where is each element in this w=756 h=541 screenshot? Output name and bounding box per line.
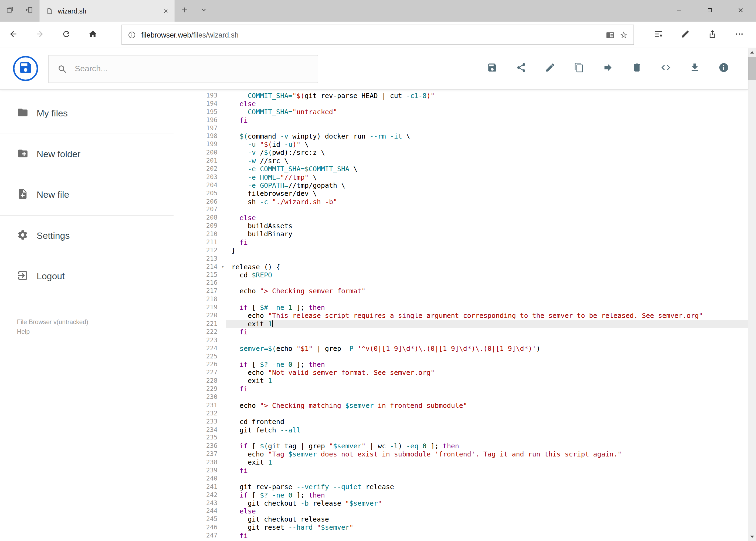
fold-marker-icon[interactable]: ▾ <box>219 263 226 271</box>
code-line[interactable]: 247 fi <box>173 532 748 540</box>
code-line[interactable]: 214▾release () { <box>173 263 748 271</box>
minimize-button[interactable] <box>663 0 694 22</box>
code-line[interactable]: 196 fi <box>173 116 748 124</box>
code-line[interactable]: 227 echo "Not valid semver format. See s… <box>173 369 748 377</box>
code-line[interactable]: 241 git rev-parse --verify --quiet relea… <box>173 483 748 491</box>
code-line[interactable]: 195 COMMIT_SHA="untracked" <box>173 108 748 116</box>
code-line[interactable]: 221 exit 1 <box>173 320 748 328</box>
save-button[interactable] <box>478 54 507 83</box>
code-line[interactable]: 234 git fetch --all <box>173 426 748 434</box>
code-line[interactable]: 203 -e HOME="//tmp" \ <box>173 173 748 181</box>
code-line[interactable]: 213 <box>173 255 748 263</box>
maximize-button[interactable] <box>694 0 725 22</box>
code-line[interactable]: 231 echo "> Checking matching $semver in… <box>173 401 748 409</box>
address-bar[interactable]: filebrowser.web/files/wizard.sh <box>122 25 634 45</box>
code-line[interactable]: 239 fi <box>173 466 748 475</box>
close-window-button[interactable] <box>725 0 756 22</box>
code-line[interactable]: 209 buildAssets <box>173 222 748 230</box>
help-link[interactable]: Help <box>17 327 89 337</box>
code-line[interactable]: 201 -w //src \ <box>173 157 748 165</box>
code-line[interactable]: 244 else <box>173 507 748 515</box>
info-button[interactable] <box>709 54 738 83</box>
close-tab-icon[interactable] <box>163 8 169 14</box>
code-line[interactable]: 198 $(command -v winpty) docker run --rm… <box>173 132 748 141</box>
code-line[interactable]: 225 <box>173 352 748 360</box>
set-tabs-aside-button[interactable] <box>19 0 38 22</box>
code-line[interactable]: 220 echo "This release script requires a… <box>173 312 748 320</box>
code-line[interactable]: 208 else <box>173 214 748 222</box>
code-line[interactable]: 233 cd frontend <box>173 417 748 426</box>
move-button[interactable] <box>594 54 623 83</box>
app-logo[interactable] <box>13 56 38 81</box>
code-line[interactable]: 238 exit 1 <box>173 458 748 466</box>
page-scrollbar[interactable] <box>748 48 756 541</box>
code-line[interactable]: 226 if [ $? -ne 0 ]; then <box>173 360 748 369</box>
code-line[interactable]: 242 if [ $? -ne 0 ]; then <box>173 491 748 499</box>
copy-button[interactable] <box>565 54 594 83</box>
code-line[interactable]: 237 echo "Tag $semver does not exist in … <box>173 450 748 458</box>
download-button[interactable] <box>680 54 709 83</box>
share-page-button[interactable] <box>698 22 725 48</box>
sidebar-item-new-file[interactable]: New file <box>0 175 173 215</box>
scroll-down-arrow[interactable] <box>748 533 756 541</box>
code-line[interactable]: 204 -e GOPATH=//tmp/gopath \ <box>173 181 748 189</box>
code-line[interactable]: 228 exit 1 <box>173 377 748 385</box>
code-line[interactable]: 210 buildBinary <box>173 230 748 238</box>
more-button[interactable] <box>726 22 753 48</box>
browser-tab[interactable]: wizard.sh <box>39 0 174 22</box>
new-tab-button[interactable] <box>175 0 194 22</box>
code-line[interactable]: 194 else <box>173 100 748 108</box>
page-info-icon[interactable] <box>127 31 136 39</box>
rename-button[interactable] <box>536 54 565 83</box>
search-box[interactable] <box>48 55 318 83</box>
code-line[interactable]: 202 -e COMMIT_SHA=$COMMIT_SHA \ <box>173 165 748 173</box>
code-line[interactable]: 219 if [ $# -ne 1 ]; then <box>173 303 748 312</box>
sidebar-item-logout[interactable]: Logout <box>0 256 173 297</box>
back-button[interactable] <box>0 22 26 48</box>
sidebar-item-settings[interactable]: Settings <box>0 216 173 256</box>
share-button[interactable] <box>507 54 536 83</box>
switch-view-button[interactable] <box>651 54 680 83</box>
refresh-button[interactable] <box>53 22 80 48</box>
code-line[interactable]: 232 <box>173 409 748 417</box>
code-line[interactable]: 207 <box>173 206 748 214</box>
web-note-button[interactable] <box>671 22 698 48</box>
code-line[interactable]: 236 if [ $(git tag | grep "$semver" | wc… <box>173 442 748 450</box>
forward-button[interactable] <box>26 22 53 48</box>
code-line[interactable]: 230 <box>173 393 748 401</box>
scroll-up-arrow[interactable] <box>748 48 756 56</box>
scrollbar-thumb[interactable] <box>748 57 756 80</box>
code-line[interactable]: 235 <box>173 434 748 442</box>
code-line[interactable]: 199 -u "$(id -u)" \ <box>173 141 748 149</box>
search-input[interactable] <box>75 64 309 74</box>
code-line[interactable]: 215 cd $REPO <box>173 271 748 279</box>
tabs-preview-button[interactable] <box>0 0 19 22</box>
reading-view-icon[interactable] <box>606 31 614 39</box>
code-line[interactable]: 222 fi <box>173 328 748 336</box>
code-line[interactable]: 200 -v /$(pwd):/src:z \ <box>173 149 748 157</box>
sidebar-item-new-folder[interactable]: New folder <box>0 134 173 175</box>
code-line[interactable]: 205 filebrowser/dev \ <box>173 189 748 198</box>
hub-button[interactable] <box>644 22 671 48</box>
delete-button[interactable] <box>623 54 651 83</box>
home-button[interactable] <box>80 22 106 48</box>
code-line[interactable]: 243 git checkout -b release "$semver" <box>173 499 748 507</box>
code-line[interactable]: 206 sh -c "./wizard.sh -b" <box>173 198 748 206</box>
code-line[interactable]: 229 fi <box>173 385 748 393</box>
code-line[interactable]: 193 COMMIT_SHA="$(git rev-parse HEAD | c… <box>173 92 748 100</box>
code-line[interactable]: 246 git reset --hard "$semver" <box>173 524 748 532</box>
code-line[interactable]: 245 git checkout release <box>173 515 748 523</box>
code-line[interactable]: 211 fi <box>173 239 748 247</box>
code-editor[interactable]: 193 COMMIT_SHA="$(git rev-parse HEAD | c… <box>173 89 748 541</box>
code-line[interactable]: 218 <box>173 295 748 303</box>
code-line[interactable]: 212} <box>173 247 748 255</box>
code-line[interactable]: 216 <box>173 279 748 287</box>
code-line[interactable]: 217 echo "> Checking semver format" <box>173 287 748 295</box>
favorite-star-icon[interactable] <box>620 31 628 39</box>
sidebar-item-my-files[interactable]: My files <box>0 93 173 134</box>
tab-actions-button[interactable] <box>194 0 213 22</box>
code-line[interactable]: 240 <box>173 475 748 483</box>
code-line[interactable]: 223 <box>173 336 748 344</box>
code-line[interactable]: 197 <box>173 124 748 132</box>
code-line[interactable]: 224 semver=$(echo "$1" | grep -P '^v(0|[… <box>173 344 748 352</box>
